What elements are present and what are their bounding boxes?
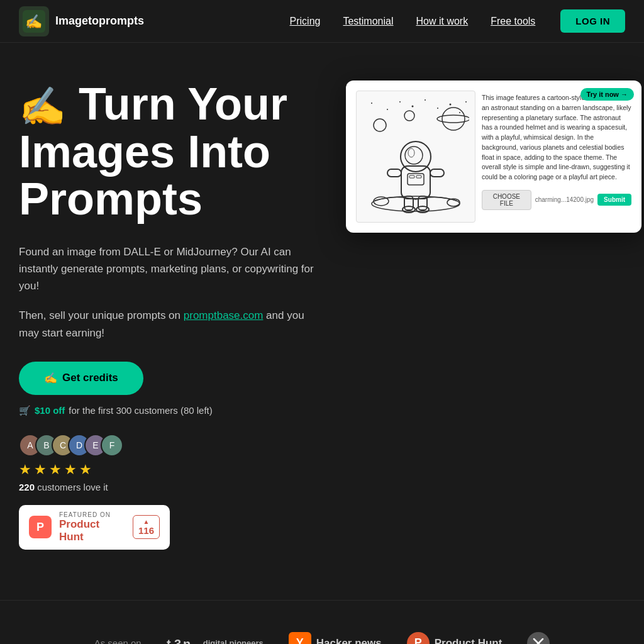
svg-text:✍: ✍ (25, 13, 43, 30)
nav-testimonial[interactable]: Testimonial (343, 16, 393, 27)
promptbase-link[interactable]: promptbase.com (184, 309, 264, 321)
hero-right: Try it now → (346, 80, 641, 233)
hero-title: ✍️ Turn Your Images Into Prompts (19, 80, 321, 223)
svg-point-5 (399, 101, 401, 103)
discount-text: for the first 300 customers (80 left) (69, 405, 212, 416)
svg-point-9 (450, 104, 452, 106)
choose-file-button[interactable]: CHOOSE FILE (482, 190, 531, 210)
main-nav: Pricing Testimonial How it work Free too… (290, 16, 536, 27)
avatars-row: A B C D E F (19, 434, 321, 457)
svg-point-3 (371, 103, 372, 104)
get-credits-button[interactable]: ✍️ Get credits (19, 362, 143, 395)
twitter-x-icon (527, 632, 550, 644)
as-seen-label: As seen on (94, 638, 142, 644)
app-screenshot-inner: This image features a cartoon-style illu… (356, 91, 631, 223)
svg-point-11 (465, 101, 467, 103)
get-credits-icon: ✍️ (44, 372, 57, 385)
hero-desc1: Found an image from DALL-E or MidJourney… (19, 243, 321, 295)
nav-how-it-work[interactable]: How it work (416, 16, 469, 27)
avatar: F (101, 434, 123, 457)
cart-icon: 🛒 (19, 405, 31, 416)
app-controls: CHOOSE FILE charming...14200.jpg Submit (482, 190, 631, 210)
hero-desc2: Then, sell your unique prompts on prompt… (19, 307, 321, 341)
star-icon: ★ (19, 462, 31, 478)
svg-point-10 (459, 112, 460, 113)
star-icon: ★ (79, 462, 92, 478)
logo-area[interactable]: ✍ Imagetoprompts (19, 6, 144, 36)
svg-text:n: n (183, 637, 191, 644)
brand-hackernews[interactable]: Y Hacker news (289, 632, 382, 644)
svg-point-8 (437, 108, 438, 109)
ph-featured-label: FEATURED ON (59, 511, 125, 518)
svg-text:t: t (167, 637, 171, 644)
nav-free-tools[interactable]: Free tools (491, 16, 535, 27)
star-icon: ★ (34, 462, 47, 478)
svg-point-7 (425, 99, 426, 101)
svg-point-6 (412, 106, 414, 108)
brand-twitter[interactable] (527, 632, 550, 644)
stars-row: ★ ★ ★ ★ ★ (19, 462, 321, 478)
hackernews-label: Hacker news (316, 637, 382, 644)
customer-avatars: A B C D E F (19, 434, 117, 457)
ph-name: Product Hunt (59, 518, 125, 543)
ph-votes: ▲ 116 (133, 515, 160, 539)
producthunt-label: Product Hunt (435, 637, 502, 644)
submit-button[interactable]: Submit (597, 194, 631, 206)
brand-producthunt[interactable]: P Product Hunt (407, 632, 502, 644)
hero-left: ✍️ Turn Your Images Into Prompts Found a… (19, 80, 321, 550)
logo-text: Imagetoprompts (55, 14, 144, 28)
try-it-now-badge[interactable]: Try it now → (580, 88, 634, 101)
discount-row: 🛒 $10 off for the first 300 customers (8… (19, 405, 321, 416)
astronaut-image (356, 91, 475, 223)
pen-icon: ✍️ (19, 86, 66, 128)
t3n-label: digital pioneers (203, 638, 264, 644)
login-button[interactable]: LOG IN (560, 9, 625, 33)
logo-icon: ✍ (19, 6, 49, 36)
ycombinator-icon: Y (289, 632, 311, 644)
app-text-area: This image features a cartoon-style illu… (482, 91, 631, 210)
svg-point-4 (387, 109, 388, 110)
product-hunt-badge[interactable]: P FEATURED ON Product Hunt ▲ 116 (19, 505, 170, 550)
customers-text: 220 customers love it (19, 482, 321, 492)
svg-text:3: 3 (174, 637, 181, 644)
discount-amount: $10 off (35, 405, 65, 416)
brand-t3n[interactable]: t 3 n digital pioneers (167, 635, 264, 644)
upvote-icon: ▲ (143, 518, 150, 525)
star-icon: ★ (64, 462, 77, 478)
producthunt-icon: P (407, 632, 430, 644)
product-hunt-logo: P (29, 516, 52, 538)
as-seen-on-section: As seen on t 3 n digital pioneers Y Hack… (0, 600, 644, 644)
app-description: This image features a cartoon-style illu… (482, 93, 631, 182)
nav-pricing[interactable]: Pricing (290, 16, 321, 27)
product-hunt-text: FEATURED ON Product Hunt (59, 511, 125, 543)
t3n-icon: t 3 n (167, 635, 198, 644)
star-icon: ★ (49, 462, 62, 478)
file-name: charming...14200.jpg (535, 196, 594, 203)
hero-section: ✍️ Turn Your Images Into Prompts Found a… (0, 43, 644, 575)
app-screenshot: Try it now → (346, 80, 641, 233)
